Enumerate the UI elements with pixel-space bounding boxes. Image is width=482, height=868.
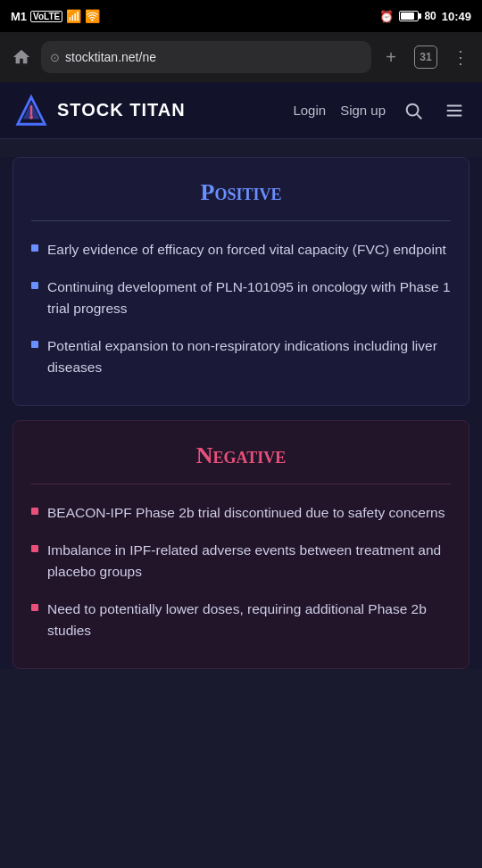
carrier-info: M1 VoLTE 📶 🛜 [11,9,100,23]
browser-action-buttons: + 31 ⋮ [378,45,473,70]
positive-item-3-text: Potential expansion to non-respiratory i… [47,335,451,378]
signup-link[interactable]: Sign up [340,103,386,118]
header-nav: Login Sign up [293,97,468,124]
positive-item-2: Continuing development of PLN-101095 in … [31,277,451,319]
bullet-marker-icon [31,341,38,348]
positive-item-1-text: Early evidence of efficacy on forced vit… [47,239,446,260]
negative-item-3-text: Need to potentially lower doses, requiri… [47,599,451,641]
url-security-icon: ⊙ [50,51,60,64]
url-text: stocktitan.net/ne [65,50,156,64]
negative-item-1: BEACON-IPF Phase 2b trial discontinued d… [31,502,451,524]
wifi-icon: 🛜 [85,9,100,23]
search-button[interactable] [400,97,427,124]
negative-item-2: Imbalance in IPF-related adverse events … [31,540,451,583]
positive-title: Positive [31,179,451,206]
battery-indicator: 80 [399,10,436,22]
logo-area[interactable]: STOCK TITAN [14,94,293,128]
tab-count-label: 31 [420,51,431,63]
negative-bullet-list: BEACON-IPF Phase 2b trial discontinued d… [31,502,451,641]
system-status: ⏰ 80 10:49 [379,10,471,23]
positive-divider [31,220,451,221]
negative-bullet-marker-icon [31,604,38,611]
bullet-marker-icon [31,244,38,252]
positive-section: Positive Early evidence of efficacy on f… [12,157,470,406]
browser-toolbar: ⊙ stocktitan.net/ne + 31 ⋮ [0,32,482,82]
login-link[interactable]: Login [293,103,326,118]
negative-item-3: Need to potentially lower doses, requiri… [31,599,451,641]
carrier-name: M1 [11,10,27,23]
negative-item-1-text: BEACON-IPF Phase 2b trial discontinued d… [47,502,445,524]
home-button[interactable] [9,45,34,70]
bullet-marker-icon [31,282,38,289]
svg-point-4 [407,103,419,115]
signal-icon: 📶 [66,9,81,23]
negative-title: Negative [31,442,451,469]
negative-item-2-text: Imbalance in IPF-related adverse events … [47,540,451,583]
positive-item-1: Early evidence of efficacy on forced vit… [31,239,451,260]
negative-divider [31,484,451,484]
logo-text: STOCK TITAN [57,100,186,120]
svg-line-5 [417,114,421,119]
logo-icon [14,94,48,128]
battery-level: 80 [424,10,436,22]
menu-button[interactable] [441,97,468,124]
negative-bullet-marker-icon [31,508,38,515]
negative-section: Negative BEACON-IPF Phase 2b trial disco… [12,420,470,669]
main-content: Positive Early evidence of efficacy on f… [0,157,482,669]
url-bar[interactable]: ⊙ stocktitan.net/ne [41,41,371,73]
positive-bullet-list: Early evidence of efficacy on forced vit… [31,239,451,378]
status-bar: M1 VoLTE 📶 🛜 ⏰ 80 10:49 [0,0,482,32]
negative-bullet-marker-icon [31,545,38,552]
new-tab-button[interactable]: + [378,45,403,70]
svg-point-3 [29,115,33,119]
positive-item-3: Potential expansion to non-respiratory i… [31,335,451,378]
alarm-icon: ⏰ [379,10,394,23]
tab-count-button[interactable]: 31 [414,45,437,69]
site-header: STOCK TITAN Login Sign up [0,82,482,139]
volte-badge: VoLTE [30,11,62,22]
time-display: 10:49 [442,10,471,23]
more-menu-button[interactable]: ⋮ [448,45,473,70]
positive-item-2-text: Continuing development of PLN-101095 in … [47,277,451,319]
